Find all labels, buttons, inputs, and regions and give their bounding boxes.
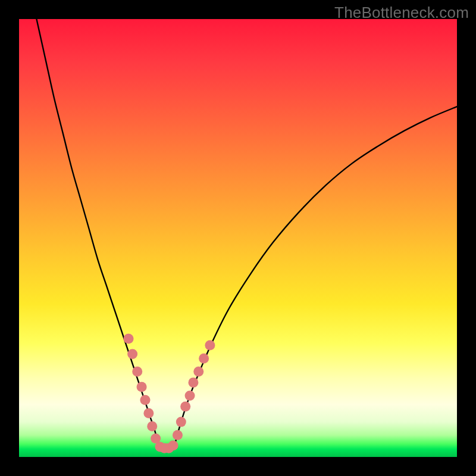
marker-dot: [185, 390, 195, 400]
marker-dot: [173, 430, 183, 440]
marker-dot: [132, 367, 142, 377]
marker-dot: [168, 440, 178, 450]
marker-dot: [143, 408, 154, 418]
marker-dot: [147, 421, 157, 431]
marker-dot: [176, 417, 186, 427]
highlighted-markers: [124, 334, 215, 453]
bottleneck-curve: [36, 19, 457, 448]
marker-dot: [188, 377, 198, 387]
marker-dot: [193, 367, 203, 377]
chart-frame: TheBottleneck.com: [0, 0, 476, 476]
marker-dot: [137, 382, 147, 392]
chart-svg: [19, 19, 457, 457]
marker-dot: [127, 349, 137, 359]
marker-dot: [199, 353, 209, 364]
marker-dot: [140, 395, 150, 405]
watermark-text: TheBottleneck.com: [334, 4, 469, 22]
marker-dot: [124, 334, 134, 344]
marker-dot: [205, 340, 215, 350]
plot-area: [19, 19, 457, 457]
marker-dot: [180, 402, 190, 412]
